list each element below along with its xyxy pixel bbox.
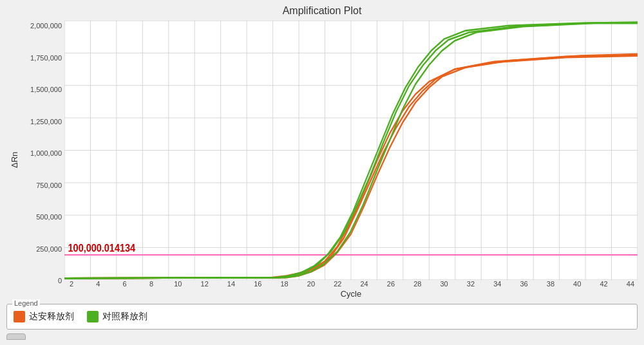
legend-title: Legend bbox=[12, 299, 40, 307]
x-tick-10: 10 bbox=[172, 280, 184, 288]
x-tick-6: 6 bbox=[119, 280, 131, 288]
legend-item-orange: 达安释放剂 bbox=[14, 311, 74, 322]
y-axis-label: ΔRn bbox=[6, 21, 19, 299]
chart-plot-area: 100,000.014134 bbox=[64, 21, 638, 299]
chart-area: ΔRn 2,000,000 1,750,000 1,500,000 1,250,… bbox=[6, 21, 638, 299]
y-tick-3: 750,000 bbox=[36, 182, 62, 189]
tab-button[interactable] bbox=[6, 333, 26, 340]
legend-color-orange bbox=[14, 311, 25, 322]
x-tick-18: 18 bbox=[279, 280, 290, 288]
x-tick-24: 24 bbox=[359, 280, 370, 288]
x-axis-label: Cycle bbox=[64, 289, 638, 299]
legend-item-green: 对照释放剂 bbox=[87, 311, 147, 322]
plot-svg-container: 100,000.014134 bbox=[64, 21, 638, 280]
x-tick-32: 32 bbox=[465, 280, 477, 288]
y-axis-ticks: 2,000,000 1,750,000 1,500,000 1,250,000 … bbox=[19, 21, 64, 299]
x-tick-4: 4 bbox=[92, 280, 104, 288]
y-tick-4: 1,000,000 bbox=[30, 149, 62, 157]
x-axis-ticks: 2 4 6 8 10 12 14 16 18 20 22 24 26 28 30… bbox=[64, 280, 638, 288]
chart-title: Amplification Plot bbox=[6, 5, 638, 17]
main-container: Amplification Plot ΔRn 2,000,000 1,750,0… bbox=[0, 0, 644, 345]
x-tick-38: 38 bbox=[545, 280, 556, 288]
y-tick-2: 500,000 bbox=[36, 213, 62, 221]
x-tick-36: 36 bbox=[518, 280, 530, 288]
x-tick-44: 44 bbox=[625, 280, 636, 288]
x-tick-8: 8 bbox=[146, 280, 157, 288]
y-tick-1: 250,000 bbox=[36, 245, 62, 253]
legend-items: 达安释放剂 对照释放剂 bbox=[14, 308, 630, 322]
x-tick-2: 2 bbox=[66, 280, 77, 288]
y-tick-7: 1,750,000 bbox=[30, 54, 62, 62]
plot-svg: 100,000.014134 bbox=[64, 21, 638, 280]
x-tick-34: 34 bbox=[491, 280, 503, 288]
x-tick-12: 12 bbox=[199, 280, 211, 288]
legend-label-green: 对照释放剂 bbox=[102, 311, 147, 322]
x-tick-16: 16 bbox=[252, 280, 263, 288]
x-tick-22: 22 bbox=[332, 280, 343, 288]
x-tick-20: 20 bbox=[305, 280, 317, 288]
y-tick-8: 2,000,000 bbox=[30, 22, 62, 30]
legend-color-green bbox=[87, 311, 99, 322]
bottom-row bbox=[6, 333, 638, 340]
y-tick-5: 1,250,000 bbox=[30, 118, 62, 126]
x-tick-14: 14 bbox=[225, 280, 237, 288]
x-tick-30: 30 bbox=[439, 280, 450, 288]
y-tick-6: 1,500,000 bbox=[30, 86, 62, 93]
x-tick-26: 26 bbox=[385, 280, 397, 288]
x-tick-40: 40 bbox=[571, 280, 583, 288]
legend-box: Legend 达安释放剂 对照释放剂 bbox=[6, 304, 638, 330]
x-tick-28: 28 bbox=[412, 280, 423, 288]
threshold-label: 100,000.014134 bbox=[68, 242, 136, 254]
y-tick-0: 0 bbox=[58, 277, 62, 284]
x-tick-42: 42 bbox=[598, 280, 610, 288]
legend-label-orange: 达安释放剂 bbox=[29, 311, 74, 322]
